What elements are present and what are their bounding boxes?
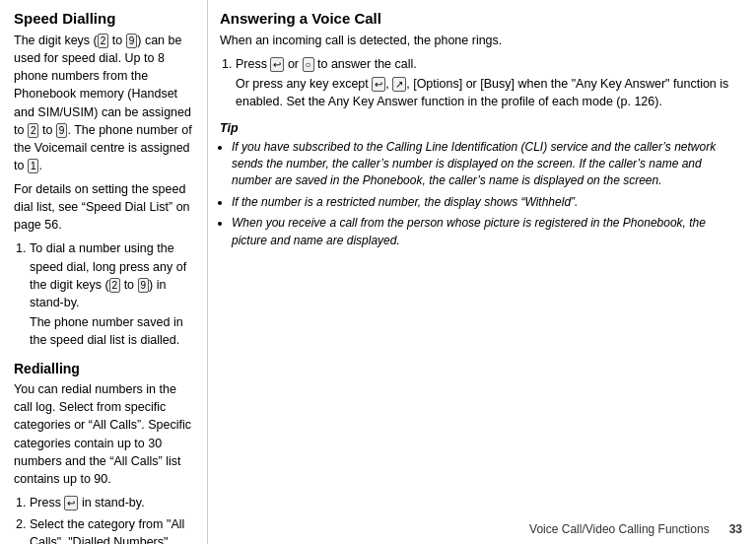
tip-label: Tip (220, 119, 742, 137)
list-item: If the number is a restricted number, th… (232, 194, 742, 211)
footer-text: Voice Call/Video Calling Functions (529, 522, 710, 536)
footer: Voice Call/Video Calling Functions 33 (529, 522, 742, 536)
answering-steps: Press ↩ or ○ to answer the call. Or pres… (236, 55, 742, 110)
speed-dialling-intro: The digit keys (2 to 9) can be used for … (14, 32, 195, 174)
list-item: Press ↩ or ○ to answer the call. Or pres… (236, 55, 742, 110)
redialling-intro: You can redial numbers in the call log. … (14, 380, 195, 488)
speed-dialling-intro2: For details on setting the speed dial li… (14, 180, 195, 234)
footer-page: 33 (729, 522, 742, 536)
speed-dialling-title: Speed Dialling (14, 10, 195, 27)
list-item: When you receive a call from the person … (232, 215, 742, 249)
list-item: To dial a number using the speed dial, l… (30, 239, 195, 349)
speed-dialling-steps: To dial a number using the speed dial, l… (30, 239, 195, 349)
list-item: If you have subscribed to the Calling Li… (232, 139, 742, 190)
answering-title: Answering a Voice Call (220, 10, 742, 27)
redialling-steps: Press ↩ in stand-by. Select the category… (30, 494, 195, 544)
redialling-title: Redialling (14, 361, 195, 376)
list-item: Select the category from "All Calls", "D… (30, 515, 195, 544)
tip-list: If you have subscribed to the Calling Li… (232, 139, 742, 249)
left-column: Speed Dialling The digit keys (2 to 9) c… (0, 0, 207, 544)
list-item: Press ↩ in stand-by. (30, 494, 195, 511)
answering-intro: When an incoming call is detected, the p… (220, 32, 742, 49)
right-column: Answering a Voice Call When an incoming … (207, 0, 756, 544)
